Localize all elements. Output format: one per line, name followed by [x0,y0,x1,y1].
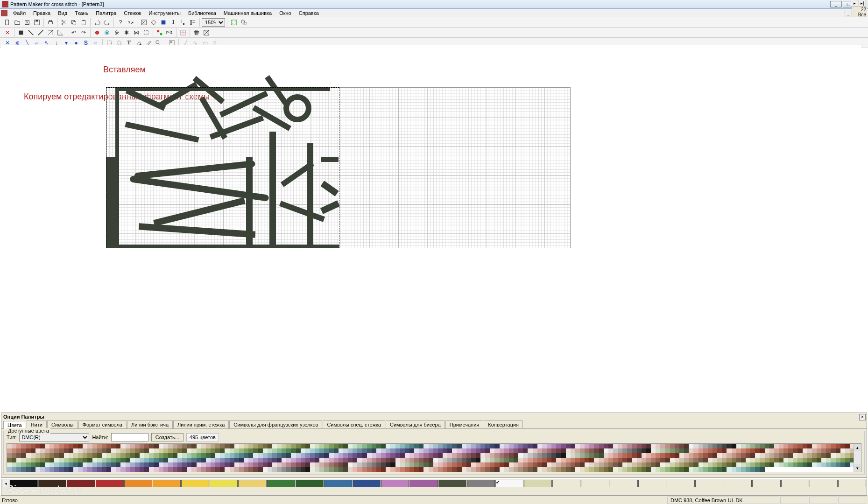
palette-slot[interactable] [838,480,866,487]
swatch[interactable] [836,458,840,462]
menu-help[interactable]: Справка [295,9,323,17]
swatch[interactable] [755,458,760,462]
swatch[interactable] [632,462,637,467]
swatch[interactable] [665,448,670,453]
swatch[interactable] [547,467,551,472]
swatch[interactable] [159,467,163,472]
swatch[interactable] [116,467,120,472]
swatch[interactable] [272,458,277,462]
swatch[interactable] [409,444,414,448]
swatch[interactable] [263,467,268,472]
swatch[interactable] [83,453,87,458]
swatch[interactable] [533,453,537,458]
swatch[interactable] [679,444,684,448]
swatch[interactable] [765,444,769,448]
swatch[interactable] [500,462,504,467]
swatch[interactable] [400,458,405,462]
swatch[interactable] [102,462,106,467]
swatch[interactable] [253,462,258,467]
swatch[interactable] [585,458,589,462]
swatch[interactable] [788,448,793,453]
swatch[interactable] [64,458,69,462]
swatch[interactable] [594,458,599,462]
swatch[interactable] [310,467,315,472]
swatch[interactable] [301,458,305,462]
swatch[interactable] [277,448,282,453]
swatch[interactable] [239,448,244,453]
swatch[interactable] [390,467,395,472]
palette-slot[interactable] [153,480,181,487]
swatch[interactable] [561,444,565,448]
swatch[interactable] [45,467,49,472]
swatch[interactable] [59,467,64,472]
swatch[interactable] [367,467,372,472]
swatch[interactable] [177,462,182,467]
swatch[interactable] [699,458,703,462]
swatch[interactable] [140,467,144,472]
swatch[interactable] [197,458,201,462]
special1-icon[interactable]: ※ [112,28,121,37]
palette-slot[interactable] [695,480,723,487]
swatch[interactable] [494,444,499,448]
swatch[interactable] [187,467,191,472]
swatch[interactable] [419,458,423,462]
swatch[interactable] [324,453,329,458]
swatch[interactable] [447,444,452,448]
swatch[interactable] [594,448,599,453]
swatch[interactable] [78,467,83,472]
swatch[interactable] [348,458,353,462]
swatch[interactable] [627,444,632,448]
swatch[interactable] [386,453,390,458]
swatch[interactable] [282,453,286,458]
swatch[interactable] [703,448,708,453]
convert-icon[interactable]: r²↯ [165,28,174,37]
swatch[interactable] [537,444,542,448]
color-swatches[interactable]: ▴ ▾ [7,443,861,472]
swatch[interactable] [126,458,130,462]
swatch[interactable] [315,462,319,467]
swatch[interactable] [16,462,21,467]
swatch[interactable] [732,467,736,472]
swatch[interactable] [604,458,608,462]
swatch[interactable] [296,448,301,453]
swatch[interactable] [429,448,433,453]
swatch[interactable] [646,467,651,472]
swatch[interactable] [64,448,69,453]
swatch[interactable] [390,458,395,462]
swatch[interactable] [310,462,315,467]
swatch[interactable] [589,453,594,458]
swatch[interactable] [679,448,684,453]
swatch[interactable] [741,467,746,472]
swatch[interactable] [774,448,779,453]
swatch[interactable] [191,448,196,453]
swatch[interactable] [296,453,301,458]
swatch[interactable] [438,448,443,453]
swatch[interactable] [528,458,532,462]
swatch[interactable] [163,444,168,448]
swatch[interactable] [310,444,315,448]
swatch[interactable] [154,453,158,458]
tab-french-knot-symbols[interactable]: Символы для французских узелков [229,420,322,428]
swatch[interactable] [551,453,556,458]
swatch[interactable] [788,462,793,467]
swatch[interactable] [59,458,64,462]
swatch[interactable] [561,458,565,462]
swatch[interactable] [159,462,163,467]
swatch[interactable] [7,467,12,472]
swatch[interactable] [149,462,154,467]
swatch[interactable] [561,448,565,453]
swatch[interactable] [708,448,713,453]
swatch[interactable] [429,462,433,467]
swatch[interactable] [348,448,353,453]
swatch[interactable] [78,444,83,448]
swatch[interactable] [173,458,177,462]
swatch[interactable] [268,448,272,453]
swatch[interactable] [277,462,282,467]
knot-icon[interactable] [102,28,112,37]
swatch[interactable] [296,458,301,462]
swatch[interactable] [599,448,604,453]
swatch[interactable] [163,453,168,458]
swatch[interactable] [727,453,731,458]
swatch[interactable] [400,448,405,453]
swatch[interactable] [372,462,376,467]
